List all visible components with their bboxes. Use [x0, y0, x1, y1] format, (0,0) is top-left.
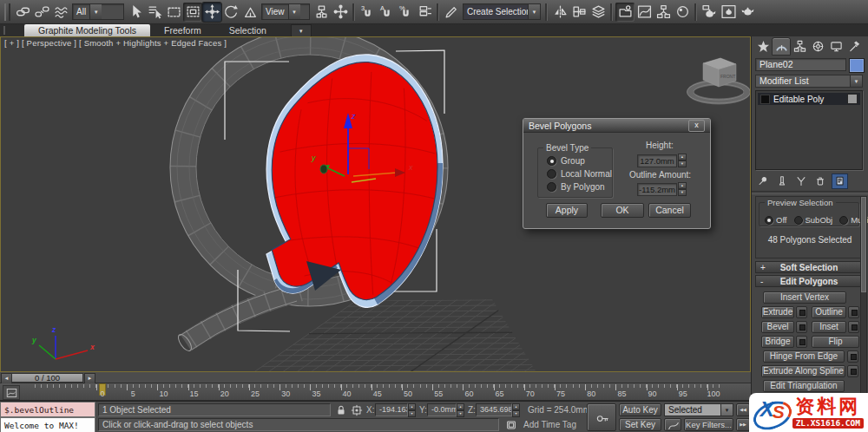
modifier-list-dropdown[interactable]: Modifier List ▼ [755, 75, 863, 88]
time-slider-handle[interactable]: 0 / 100 [11, 373, 83, 383]
height-field[interactable]: 127.0mm [637, 154, 677, 167]
use-pivot-point-center-icon[interactable] [312, 3, 331, 22]
extrude-button[interactable]: Extrude [761, 306, 794, 318]
x-coordinate-field[interactable]: -194.163m [375, 403, 408, 416]
show-end-result-icon[interactable] [774, 174, 789, 188]
select-and-move-icon[interactable] [202, 3, 221, 22]
maxscript-listener-line2[interactable]: Welcome to MAX! [0, 417, 95, 432]
viewcube[interactable]: FRONT [687, 58, 751, 103]
outline-amount-field[interactable]: -115.2mm [637, 183, 677, 196]
tab-motion-icon[interactable] [809, 38, 826, 55]
hinge-from-edge-button[interactable]: Hinge From Edge [763, 350, 845, 363]
chevron-down-icon[interactable]: ▼ [528, 4, 540, 19]
insert-vertex-button[interactable]: Insert Vertex [763, 291, 846, 304]
align-icon[interactable] [569, 3, 589, 22]
select-and-rotate-icon[interactable] [221, 3, 240, 22]
chevron-down-icon[interactable]: ▼ [288, 4, 300, 19]
make-unique-icon[interactable] [793, 174, 808, 188]
select-and-link-icon[interactable] [13, 3, 32, 22]
render-setup-icon[interactable] [700, 3, 719, 22]
bevel-polygons-dialog[interactable]: Bevel Polygons x Bevel Type Group Local … [523, 118, 711, 229]
track-bar[interactable]: 0510152025303540455055606570758085909510… [0, 383, 751, 401]
close-icon[interactable]: x [688, 120, 705, 132]
graphite-ribbon-toggle-icon[interactable] [615, 3, 635, 22]
extrude-along-spline-button[interactable]: Extrude Along Spline [761, 365, 845, 377]
apply-button[interactable]: Apply [546, 203, 588, 218]
bridge-button[interactable]: Bridge [761, 336, 794, 348]
radio-icon[interactable] [765, 216, 773, 225]
stack-item-editable-poly[interactable]: Editable Poly [758, 93, 860, 105]
maxscript-listener-line1[interactable]: $.bevelOutline [0, 402, 95, 417]
ribbon-grip[interactable] [3, 26, 9, 35]
bridge-settings-button[interactable] [796, 336, 807, 348]
chevron-down-icon[interactable]: ▼ [851, 75, 863, 88]
selection-filter-dropdown[interactable]: All ▼ [72, 3, 124, 20]
panel-scrollbar[interactable] [860, 196, 867, 401]
angle-snap-toggle-icon[interactable]: A [377, 3, 396, 22]
outline-settings-button[interactable] [848, 306, 859, 318]
absolute-offset-mode-icon[interactable] [350, 403, 364, 416]
go-to-start-button[interactable]: ◀◀ [736, 403, 750, 416]
tab-create-icon[interactable] [754, 38, 772, 55]
radio-icon[interactable] [794, 216, 803, 225]
outline-button[interactable]: Outline [812, 306, 846, 318]
select-object-icon[interactable] [126, 3, 145, 22]
rectangular-selection-region-icon[interactable] [164, 3, 183, 22]
radio-icon[interactable] [839, 216, 848, 225]
tab-modify-icon[interactable] [773, 38, 790, 55]
auto-key-button[interactable]: Auto Key [619, 403, 661, 416]
edit-triangulation-button[interactable]: Edit Triangulation [763, 380, 845, 392]
select-and-manipulate-icon[interactable] [331, 3, 350, 22]
extrude-settings-button[interactable] [796, 306, 807, 318]
select-and-scale-icon[interactable] [240, 3, 260, 22]
object-color-swatch[interactable] [849, 58, 865, 73]
hinge-settings-button[interactable] [847, 350, 858, 363]
mirror-icon[interactable] [550, 3, 569, 22]
chevron-down-icon[interactable]: ▼ [89, 4, 102, 19]
flip-button[interactable]: Flip [812, 336, 859, 348]
tab-selection[interactable]: Selection [215, 24, 280, 36]
tab-freeform[interactable]: Freeform [150, 24, 215, 36]
scrollbar-thumb[interactable] [861, 197, 866, 292]
material-editor-icon[interactable] [673, 3, 692, 22]
rollout-edit-polygons[interactable]: -Edit Polygons [755, 275, 863, 287]
y-spinner[interactable]: ▴▾ [457, 403, 464, 416]
rollout-soft-selection[interactable]: +Soft Selection [755, 261, 863, 273]
select-by-name-icon[interactable] [145, 3, 164, 22]
y-coordinate-field[interactable]: -0.0mm [427, 403, 457, 416]
visibility-toggle-icon[interactable] [847, 94, 858, 104]
key-filter-selection-dropdown[interactable]: Selected ▼ [664, 403, 733, 416]
tab-hierarchy-icon[interactable] [791, 38, 808, 55]
remove-modifier-icon[interactable] [812, 174, 827, 188]
outline-amount-spinner[interactable]: ▴▾ [678, 182, 687, 195]
bind-to-space-warp-icon[interactable] [51, 3, 70, 22]
pin-stack-icon[interactable] [755, 174, 770, 188]
render-production-icon[interactable] [738, 3, 757, 22]
snaps-toggle-3d-icon[interactable]: 3 [358, 3, 377, 22]
configure-modifier-sets-icon[interactable] [832, 173, 848, 189]
bevel-settings-button[interactable] [796, 321, 807, 333]
rendered-frame-window-icon[interactable] [719, 3, 738, 22]
radio-by-polygon[interactable]: By Polygon [547, 182, 605, 192]
reference-coordinate-system-dropdown[interactable]: View ▼ [261, 3, 310, 20]
add-time-tag[interactable]: Add Time Tag [523, 419, 576, 431]
object-name-field[interactable]: Plane02 [755, 58, 846, 71]
radio-icon[interactable] [547, 169, 556, 179]
schematic-view-icon[interactable] [654, 3, 673, 22]
z-spinner[interactable]: ▴▾ [512, 403, 520, 416]
radio-icon[interactable] [547, 182, 556, 192]
window-crossing-icon[interactable] [183, 3, 202, 22]
open-mini-curve-editor-icon[interactable] [3, 385, 20, 400]
expand-icon[interactable]: + [760, 262, 766, 273]
set-keys-button[interactable] [587, 403, 616, 431]
tab-utilities-icon[interactable] [845, 38, 863, 55]
z-coordinate-field[interactable]: 3645.698m [476, 403, 512, 416]
set-key-button[interactable]: Set Key [619, 418, 661, 431]
spinner-snap-toggle-icon[interactable] [415, 3, 434, 22]
ok-button[interactable]: OK [601, 203, 644, 218]
height-spinner[interactable]: ▴▾ [678, 154, 687, 167]
layer-manager-icon[interactable] [589, 3, 608, 22]
preview-off-radio[interactable]: Off [765, 215, 787, 225]
radio-local-normal[interactable]: Local Normal [547, 169, 612, 179]
ribbon-minimize-button[interactable]: ▼ [291, 24, 312, 36]
